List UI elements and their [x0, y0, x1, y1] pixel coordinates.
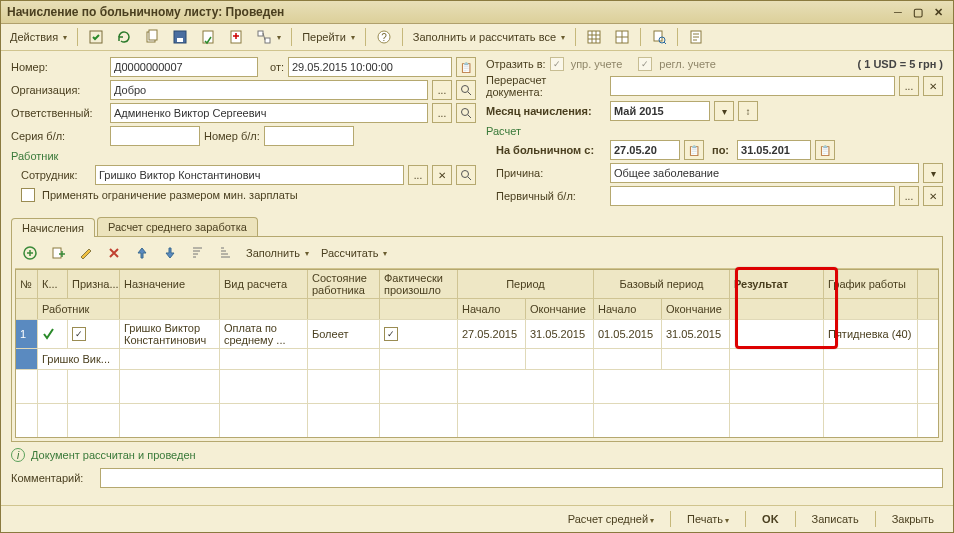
tab-avg-salary[interactable]: Расчет среднего заработка	[97, 217, 258, 236]
limit-checkbox[interactable]	[21, 188, 35, 202]
refresh-icon[interactable]	[111, 26, 137, 48]
sickto-label: по:	[712, 144, 729, 156]
save-button[interactable]: Записать	[803, 510, 868, 528]
comment-field[interactable]	[100, 468, 943, 488]
ok-button[interactable]: OK	[753, 510, 788, 528]
date-from-label: от:	[262, 61, 284, 73]
org-field[interactable]	[110, 80, 428, 100]
col-k[interactable]: К...	[38, 270, 68, 298]
primary-label: Первичный б/л:	[496, 190, 606, 202]
resp-field[interactable]	[110, 103, 428, 123]
sickfrom-cal-button[interactable]: 📋	[684, 140, 704, 160]
avg-calc-button[interactable]: Расчет средней	[559, 510, 663, 528]
preview-icon[interactable]	[646, 26, 672, 48]
structure-icon[interactable]	[251, 26, 286, 48]
delete-row-icon[interactable]	[101, 242, 127, 264]
col-nazn[interactable]: Назначение	[120, 270, 220, 298]
separator	[640, 28, 641, 46]
col-graf[interactable]: График работы	[824, 270, 918, 298]
maximize-button[interactable]: ▢	[909, 4, 927, 20]
post-icon[interactable]	[83, 26, 109, 48]
add-row-icon[interactable]	[17, 242, 43, 264]
tab-accruals[interactable]: Начисления	[11, 218, 95, 237]
sort-desc-icon[interactable]	[213, 242, 239, 264]
series-field[interactable]	[110, 126, 200, 146]
svg-rect-20	[53, 248, 61, 258]
recalc-field[interactable]	[610, 76, 895, 96]
month-spin-button[interactable]: ↕	[738, 101, 758, 121]
select-resp-button[interactable]: ...	[432, 103, 452, 123]
open-resp-button[interactable]	[456, 103, 476, 123]
open-org-button[interactable]	[456, 80, 476, 100]
close-button[interactable]: ✕	[929, 4, 947, 20]
sickto-field[interactable]	[737, 140, 811, 160]
edit-row-icon[interactable]	[73, 242, 99, 264]
minimize-button[interactable]: ─	[889, 4, 907, 20]
sort-asc-icon[interactable]	[185, 242, 211, 264]
move-down-icon[interactable]	[157, 242, 183, 264]
row-nazn: Гришко Виктор Константинович	[120, 320, 220, 348]
resp-label: Ответственный:	[11, 107, 106, 119]
col-bstart[interactable]: Начало	[594, 299, 662, 319]
employee-field[interactable]	[95, 165, 404, 185]
window-title: Начисление по больничному листу: Проведе…	[7, 5, 887, 19]
numbl-field[interactable]	[264, 126, 354, 146]
add-copy-icon[interactable]	[45, 242, 71, 264]
select-org-button[interactable]: ...	[432, 80, 452, 100]
print-button[interactable]: Печать	[678, 510, 738, 528]
copy-icon[interactable]	[139, 26, 165, 48]
save-icon[interactable]	[167, 26, 193, 48]
number-field[interactable]	[110, 57, 258, 77]
select-emp-button[interactable]: ...	[408, 165, 428, 185]
clear-recalc-button[interactable]: ✕	[923, 76, 943, 96]
month-dd-button[interactable]: ▾	[714, 101, 734, 121]
reason-field[interactable]	[610, 163, 919, 183]
sickfrom-field[interactable]	[610, 140, 680, 160]
row-sost: Болеет	[308, 320, 380, 348]
col-fakt[interactable]: Фактически произошло	[380, 270, 458, 298]
org-label: Организация:	[11, 84, 106, 96]
month-field[interactable]	[610, 101, 710, 121]
goto-menu[interactable]: Перейти	[297, 26, 360, 48]
actions-menu[interactable]: Действия	[5, 26, 72, 48]
table-row[interactable]: Гришко Вик...	[16, 348, 938, 369]
fill-calc-button[interactable]: Заполнить и рассчитать все	[408, 26, 570, 48]
col-base[interactable]: Базовый период	[594, 270, 730, 298]
move-up-icon[interactable]	[129, 242, 155, 264]
col-result[interactable]: Результат	[730, 270, 824, 298]
table2-icon[interactable]	[609, 26, 635, 48]
col-num[interactable]: №	[16, 270, 38, 298]
tab-fill-menu[interactable]: Заполнить	[241, 242, 314, 264]
table-row[interactable]: 1 Гришко Виктор Константинович Оплата по…	[16, 319, 938, 348]
col-sost[interactable]: Состояние работника	[308, 270, 380, 298]
col-prizn[interactable]: Призна...	[68, 270, 120, 298]
select-primary-button[interactable]: ...	[899, 186, 919, 206]
select-recalc-button[interactable]: ...	[899, 76, 919, 96]
col-pend[interactable]: Окончание	[526, 299, 594, 319]
col-bend[interactable]: Окончание	[662, 299, 730, 319]
reason-dd-button[interactable]: ▾	[923, 163, 943, 183]
reason-label: Причина:	[496, 167, 606, 179]
report-icon[interactable]	[683, 26, 709, 48]
primary-field[interactable]	[610, 186, 895, 206]
unpost-icon[interactable]	[223, 26, 249, 48]
table-icon[interactable]	[581, 26, 607, 48]
separator	[291, 28, 292, 46]
recalc-label: Перерасчет документа:	[486, 74, 606, 98]
clear-emp-button[interactable]: ✕	[432, 165, 452, 185]
col-worker[interactable]: Работник	[38, 299, 120, 319]
tab-calc-menu[interactable]: Рассчитать	[316, 242, 392, 264]
calendar-icon[interactable]: 📋	[456, 57, 476, 77]
sickto-cal-button[interactable]: 📋	[815, 140, 835, 160]
empty-row	[16, 369, 938, 403]
limit-label: Применять ограничение размером мин. зарп…	[42, 189, 298, 201]
open-emp-button[interactable]	[456, 165, 476, 185]
help-icon[interactable]: ?	[371, 26, 397, 48]
col-pstart[interactable]: Начало	[458, 299, 526, 319]
col-vid[interactable]: Вид расчета	[220, 270, 308, 298]
date-field[interactable]	[288, 57, 452, 77]
close-form-button[interactable]: Закрыть	[883, 510, 943, 528]
col-period[interactable]: Период	[458, 270, 594, 298]
post-doc-icon[interactable]	[195, 26, 221, 48]
clear-primary-button[interactable]: ✕	[923, 186, 943, 206]
